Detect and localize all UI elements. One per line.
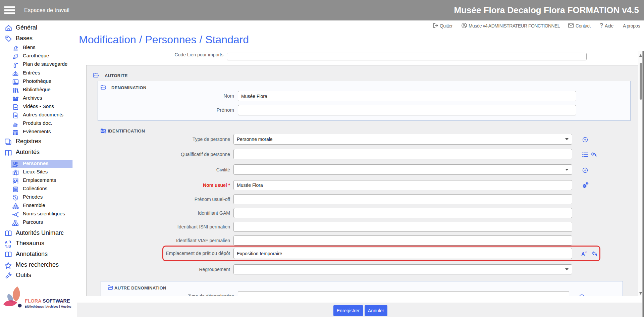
svg-text:b: b <box>585 251 587 254</box>
svg-text:A: A <box>5 240 7 244</box>
svg-text:A: A <box>581 251 585 257</box>
svg-text:B: B <box>8 244 11 248</box>
svg-text:Bibliothèques | Archives | Mus: Bibliothèques | Archives | Musées <box>25 305 71 308</box>
svg-text:FLORA SOFTWARE: FLORA SOFTWARE <box>25 298 70 304</box>
